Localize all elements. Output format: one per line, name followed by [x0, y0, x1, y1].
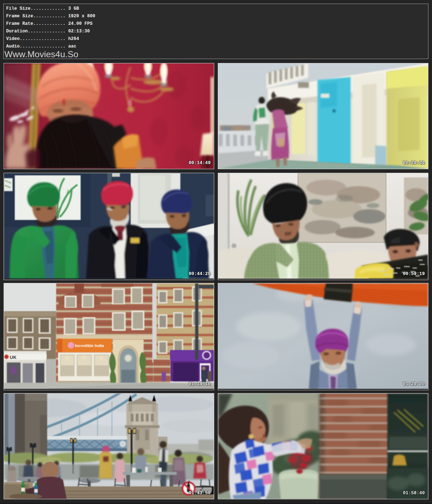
svg-text:UK: UK	[10, 355, 17, 360]
svg-text:Incredible India: Incredible India	[75, 343, 104, 348]
